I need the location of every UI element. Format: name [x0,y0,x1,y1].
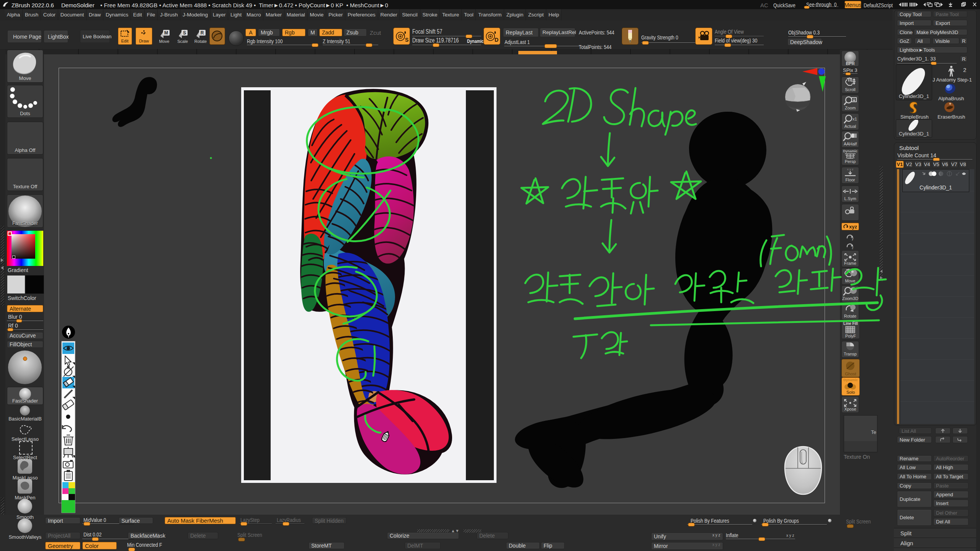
svg-text:Rotate: Rotate [194,39,207,44]
svg-text:z: z [852,246,854,249]
svg-text:Move: Move [159,39,170,44]
svg-text:x y z: x y z [847,168,853,171]
svg-text:R: R [201,30,204,36]
svg-text:y: y [852,237,854,241]
svg-text:D: D [495,37,498,43]
svg-text:M: M [164,30,168,36]
svg-text:Dynamic: Dynamic [843,149,858,153]
svg-text:Scale: Scale [177,39,188,44]
svg-text:S: S [405,37,408,43]
svg-text:Draw: Draw [139,39,149,43]
svg-text:Edit: Edit [121,39,129,43]
svg-text:x1: x1 [853,117,857,121]
svg-text:S: S [183,30,186,36]
